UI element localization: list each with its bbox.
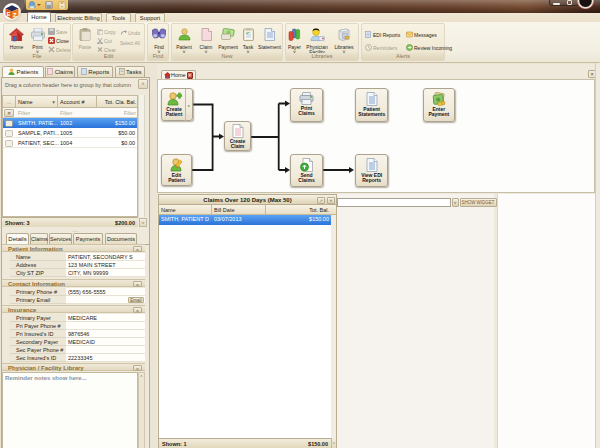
svg-text:E: E xyxy=(6,10,10,17)
svg-text:Z: Z xyxy=(12,11,16,18)
